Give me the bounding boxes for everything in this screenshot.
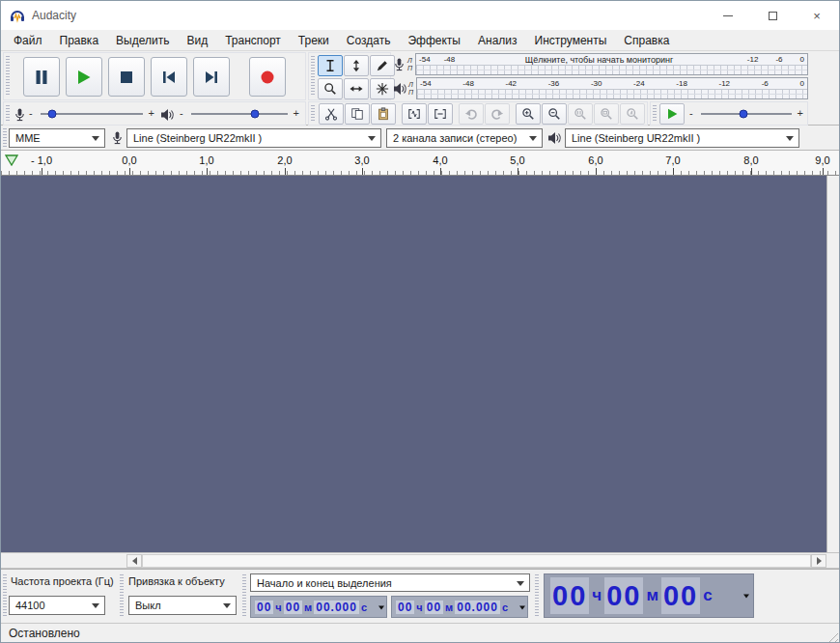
record-button[interactable] [249,57,286,97]
selection-start-time[interactable]: 00 ч 00 м 00.000 с [250,596,387,618]
ruler-tick [440,168,441,175]
skip-to-start-button[interactable] [151,57,187,97]
fit-project-button[interactable] [594,103,619,125]
edit-toolbar-grip[interactable] [311,105,315,122]
zoom-toggle-button[interactable] [620,103,645,125]
project-rate-label: Частота проекта (Гц) [11,575,114,587]
menu-edit[interactable]: Правка [51,32,108,49]
recording-volume-slider[interactable]: - + [29,102,154,125]
resize-grip[interactable] [826,630,838,643]
scale-value: -42 [505,79,517,88]
separator [120,574,124,618]
playback-volume-slider[interactable]: - + [180,102,299,125]
redo-button[interactable] [485,103,510,125]
play-speed-thumb[interactable] [740,109,748,118]
ruler-label: 7,0 [665,154,680,166]
selection-end-time[interactable]: 00 ч 00 м 00.000 с [391,596,528,618]
scroll-left-button[interactable] [126,554,142,568]
menu-effects[interactable]: Эффекты [399,32,469,49]
selection-toolbar-grip[interactable] [3,574,7,618]
play-button[interactable] [66,57,102,97]
snap-to-select[interactable]: Выкл [128,596,237,615]
fit-selection-button[interactable] [568,103,593,125]
pause-button[interactable] [23,57,60,97]
window-controls: × [706,1,839,30]
menu-select[interactable]: Выделить [107,32,178,49]
multi-tool-button[interactable] [370,78,395,99]
scale-value: -12 [719,79,731,88]
multi-tool-star-icon [376,82,389,96]
audacity-logo-icon [9,7,26,24]
time-format-caret-icon[interactable] [743,594,749,598]
skip-to-end-button[interactable] [193,57,230,97]
ibeam-icon [323,59,337,72]
scale-value: -6 [762,79,769,88]
menu-generate[interactable]: Создать [338,32,400,49]
tools-toolbar-grip[interactable] [311,56,315,97]
playback-meter-bar[interactable]: -54 -48 -42 -36 -30 -24 -18 -12 -6 0 [416,77,808,99]
ruler-tick [42,168,42,175]
selection-mode-select[interactable]: Начало и конец выделения [250,573,530,592]
menu-transport[interactable]: Транспорт [216,32,290,49]
timeshift-tool-button[interactable] [344,78,369,99]
track-area[interactable] [1,176,826,552]
playback-device-select[interactable]: Line (Steinberg UR22mkII ) [565,128,799,148]
playback-meter[interactable]: Л П -54 -48 -42 -36 -30 -24 -18 -12 -6 0 [393,76,808,100]
menu-view[interactable]: Вид [178,32,216,49]
recording-meter-bar[interactable]: -54 -48 Щёлкните, чтобы начать мониторин… [415,53,808,75]
maximize-button[interactable] [750,1,795,30]
monitoring-hint: Щёлкните, чтобы начать мониторинг [468,55,730,65]
recording-channels-select[interactable]: 2 канала записи (стерео) [386,128,543,148]
ruler-tick [596,168,597,175]
play-pin-triangle-icon[interactable] [5,154,18,166]
copy-button[interactable] [345,103,370,125]
menu-help[interactable]: Справка [615,32,678,49]
audio-host-select[interactable]: MME [9,128,105,148]
audio-position-display[interactable]: 00 ч 00 м 00 с [544,573,754,618]
stop-button[interactable] [108,57,145,97]
recording-volume-thumb[interactable] [48,109,57,118]
minimize-button[interactable] [706,1,750,30]
zoom-tool-button[interactable] [318,78,343,99]
paste-button[interactable] [371,103,396,125]
playback-device-value: Line (Steinberg UR22mkII ) [572,132,700,144]
scale-value: 0 [800,55,804,64]
menu-tools[interactable]: Инструменты [526,32,616,49]
play-at-speed-button[interactable] [659,103,685,125]
right-channel-label: П [408,89,413,97]
envelope-tool-button[interactable] [344,55,369,76]
time-format-caret-icon[interactable] [519,605,525,609]
undo-button[interactable] [459,103,484,125]
zoom-out-button[interactable] [542,103,567,125]
silence-audio-button[interactable] [428,103,453,125]
play-speed-slider[interactable]: - + [689,102,803,125]
horizontal-scrollbar[interactable] [1,552,839,569]
selection-tool-button[interactable] [318,55,343,76]
project-rate-select[interactable]: 44100 [9,596,105,615]
scroll-right-button[interactable] [811,554,826,568]
ruler-label: 3,0 [354,154,369,166]
menu-file[interactable]: Файл [5,32,51,49]
play-at-speed-icon [666,108,679,120]
device-toolbar-grip[interactable] [3,128,7,147]
window-title: Audacity [32,9,76,22]
draw-tool-button[interactable] [370,55,395,76]
playback-volume-thumb[interactable] [251,109,260,118]
menu-analyze[interactable]: Анализ [469,32,526,49]
play-at-speed-toolbar-grip[interactable] [653,105,657,122]
trim-audio-button[interactable] [402,103,427,125]
timeline-ruler[interactable]: - 1,0 0,0 1,0 2,0 3,0 4,0 5,0 6,0 7,0 8,… [1,151,839,176]
time-format-caret-icon[interactable] [378,605,384,609]
close-button[interactable]: × [795,1,839,30]
recording-device-select[interactable]: Line (Steinberg UR22mkII ) [126,128,381,148]
seconds-unit: с [361,601,367,613]
vertical-scrollbar[interactable] [826,176,839,552]
cut-button[interactable] [319,103,344,125]
slider-plus-label: + [149,107,154,119]
transport-toolbar-grip[interactable] [6,56,10,97]
recording-meter[interactable]: Л П -54 -48 Щёлкните, чтобы начать монит… [393,52,808,76]
zoom-in-button[interactable] [516,103,541,125]
mixer-toolbar-grip[interactable] [6,105,10,122]
menu-tracks[interactable]: Треки [290,32,338,49]
horizontal-scrollbar-track[interactable] [142,554,811,568]
